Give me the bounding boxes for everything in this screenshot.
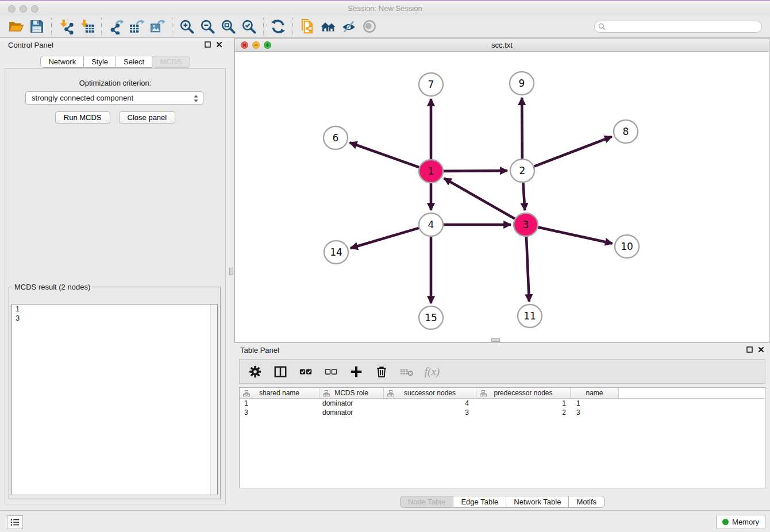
network-window-titlebar[interactable]: scc.txt (235, 38, 769, 52)
export-table-icon (129, 18, 145, 34)
edge-1-6[interactable] (350, 142, 419, 167)
edge-1-2[interactable] (444, 171, 507, 171)
checked-boxes-icon (299, 365, 313, 379)
node-label: 15 (425, 312, 437, 323)
add-column-button[interactable] (346, 362, 366, 381)
column-header-name[interactable]: name (571, 388, 619, 398)
save-session-button[interactable] (26, 17, 47, 36)
table-row[interactable]: 1dominator411 (240, 399, 765, 408)
export-table-button[interactable] (126, 17, 147, 36)
toolbar-separator (101, 18, 102, 35)
view-splitter-grip[interactable] (491, 338, 500, 342)
toolbar-separator (51, 18, 52, 35)
close-panel-icon[interactable] (216, 41, 222, 48)
network-canvas[interactable]: 7968124314101511 (235, 52, 769, 342)
save-disk-icon (29, 18, 45, 34)
close-panel-button[interactable]: Close panel (119, 111, 176, 124)
toolbar-separator (292, 18, 293, 35)
node-label: 7 (428, 79, 434, 90)
zoom-in-button[interactable] (176, 17, 197, 36)
import-network-button[interactable] (56, 17, 76, 36)
cell: 4 (384, 399, 476, 408)
optimization-criterion-label: Optimization criterion: (5, 79, 225, 87)
result-scrollbar[interactable] (210, 304, 217, 495)
select-all-columns-button[interactable] (296, 362, 315, 381)
graphics-details-button[interactable] (338, 17, 359, 36)
column-header-shared-name[interactable]: shared name (240, 388, 319, 398)
tab-network[interactable]: Network (40, 56, 84, 68)
zoom-selected-button[interactable] (238, 17, 259, 36)
delete-table-button[interactable] (397, 362, 417, 381)
delete-column-button[interactable] (372, 362, 391, 381)
tab-select[interactable]: Select (116, 56, 152, 68)
export-image-icon (149, 18, 165, 34)
refresh-icon (270, 18, 286, 34)
clone-network-button[interactable] (297, 17, 318, 36)
float-panel-icon[interactable] (746, 346, 753, 353)
tab-style[interactable]: Style (83, 56, 116, 68)
table-row[interactable]: 3dominator323 (240, 408, 765, 417)
tab-mcds[interactable]: MCDS (152, 56, 190, 68)
open-folder-icon (8, 18, 24, 34)
plus-icon (349, 365, 363, 379)
function-builder-button[interactable]: f(x) (422, 362, 442, 381)
zoom-out-button[interactable] (197, 17, 218, 36)
toolbar-separator (263, 18, 264, 35)
mcds-result-title: MCDS result (2 nodes) (13, 283, 92, 291)
column-view-button[interactable] (271, 362, 290, 381)
window-title: Session: New Session (0, 1, 770, 16)
memory-button[interactable]: Memory (716, 515, 765, 529)
edge-4-14[interactable] (351, 228, 419, 248)
column-type-icon (243, 390, 250, 396)
panel-splitter-grip[interactable] (229, 268, 233, 275)
tab-edge-table[interactable]: Edge Table (453, 496, 506, 508)
birds-eye-view-button[interactable] (359, 17, 380, 36)
search-box (594, 21, 762, 33)
select-chevrons-icon (192, 94, 199, 103)
home-button[interactable] (318, 17, 338, 36)
export-network-button[interactable] (106, 17, 126, 36)
tab-node-table[interactable]: Node Table (400, 496, 454, 508)
node-table-header: shared name MCDS role successor nodes pr… (240, 388, 765, 399)
cell: 1 (571, 399, 619, 408)
node-label: 11 (523, 310, 536, 322)
node-label: 6 (333, 132, 339, 144)
edge-2-3[interactable] (523, 183, 525, 210)
mcds-result-list: 13 (12, 304, 217, 323)
optimization-criterion-value: strongly connected component (32, 94, 133, 102)
edge-3-1[interactable] (444, 178, 515, 218)
cell: 2 (476, 408, 571, 417)
edge-3-11[interactable] (526, 237, 529, 302)
table-settings-button[interactable] (245, 362, 265, 381)
network-view-window: scc.txt 7968124314101511 (234, 38, 769, 343)
zoom-fit-icon (220, 18, 236, 34)
zoom-fit-button[interactable] (218, 17, 238, 36)
column-type-icon (387, 390, 394, 396)
export-image-button[interactable] (147, 17, 168, 36)
network-view-title: scc.txt (235, 38, 769, 52)
column-header-predecessor-nodes[interactable]: predecessor nodes (476, 388, 571, 398)
task-history-button[interactable] (7, 515, 23, 529)
table-panel-title: Table Panel (240, 346, 279, 354)
column-header-successor-nodes[interactable]: successor nodes (384, 388, 476, 398)
import-table-button[interactable] (76, 17, 97, 36)
tab-motifs[interactable]: Motifs (568, 496, 605, 508)
close-panel-icon[interactable] (758, 346, 764, 353)
float-panel-icon[interactable] (205, 41, 211, 48)
network-graph: 7968124314101511 (235, 52, 769, 342)
search-input[interactable] (594, 21, 762, 33)
mcds-result-box[interactable]: 13 (11, 304, 218, 495)
optimization-criterion-select[interactable]: strongly connected component (25, 91, 203, 105)
tab-network-table[interactable]: Network Table (506, 496, 569, 508)
search-icon (598, 23, 606, 30)
open-session-button[interactable] (6, 17, 26, 36)
control-panel: Control Panel NetworkStyleSelectMCDS Opt… (2, 38, 228, 508)
edge-3-10[interactable] (538, 227, 613, 243)
column-header-mcds-role[interactable]: MCDS role (319, 388, 384, 398)
edge-2-8[interactable] (534, 137, 612, 167)
edge-2-9[interactable] (522, 98, 522, 159)
unselect-all-columns-button[interactable] (321, 362, 341, 381)
node-table-body: 1dominator4113dominator323 (240, 399, 765, 417)
refresh-layout-button[interactable] (268, 17, 288, 36)
run-mcds-button[interactable]: Run MCDS (55, 111, 110, 124)
